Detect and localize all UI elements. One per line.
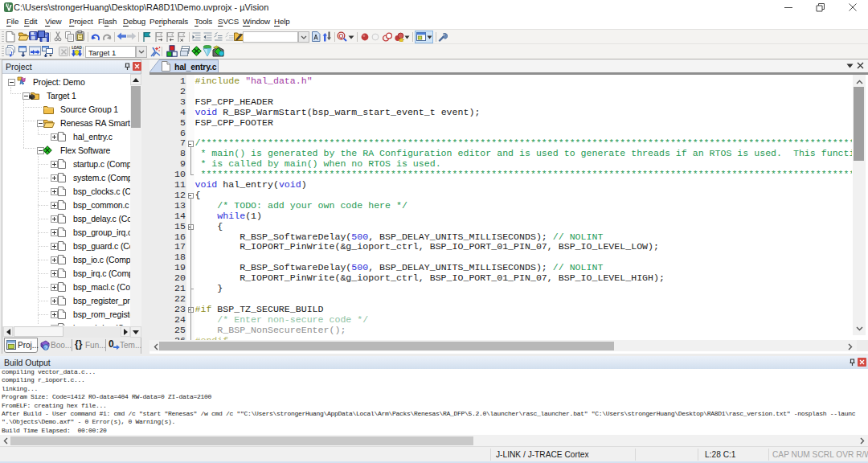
- svg-text:?: ?: [44, 345, 47, 350]
- svg-text:LOAD: LOAD: [72, 46, 82, 50]
